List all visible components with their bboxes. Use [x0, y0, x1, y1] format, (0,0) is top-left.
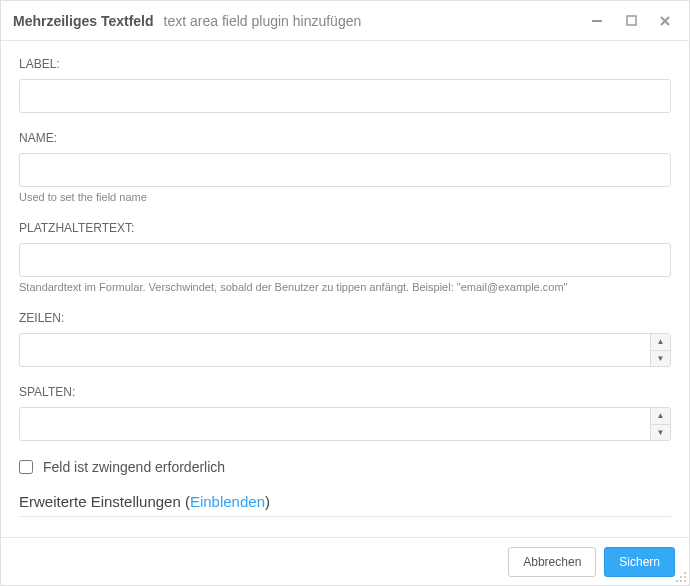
- field-placeholder-help: Standardtext im Formular. Verschwindet, …: [19, 281, 671, 293]
- cols-step-up[interactable]: ▲: [651, 408, 670, 425]
- resize-grip-icon: [675, 571, 687, 583]
- dialog-body[interactable]: LABEL: NAME: Used to set the field name …: [1, 41, 689, 537]
- advanced-settings-prefix: Erweiterte Einstellungen (: [19, 493, 190, 510]
- close-button[interactable]: [653, 9, 677, 33]
- minimize-icon: [590, 14, 604, 28]
- svg-point-6: [684, 576, 686, 578]
- chevron-up-icon: ▲: [657, 337, 665, 346]
- advanced-settings-header: Erweiterte Einstellungen (Einblenden): [19, 493, 671, 517]
- field-label-input[interactable]: [19, 79, 671, 113]
- rows-spinner: ▲ ▼: [650, 334, 670, 366]
- cancel-button[interactable]: Abbrechen: [508, 547, 596, 577]
- maximize-button[interactable]: [619, 9, 643, 33]
- field-label-group: LABEL:: [19, 57, 671, 113]
- field-rows-group: ZEILEN: ▲ ▼: [19, 311, 671, 367]
- cols-step-down[interactable]: ▼: [651, 425, 670, 441]
- dialog-subtitle: text area field plugin hinzufügen: [164, 13, 362, 29]
- field-cols-group: SPALTEN: ▲ ▼: [19, 385, 671, 441]
- field-name-help: Used to set the field name: [19, 191, 671, 203]
- field-name-input[interactable]: [19, 153, 671, 187]
- field-label-label: LABEL:: [19, 57, 671, 71]
- resize-handle[interactable]: [675, 571, 687, 583]
- svg-point-7: [676, 580, 678, 582]
- svg-point-4: [684, 572, 686, 574]
- dialog-title: Mehrzeiliges Textfeld: [13, 13, 154, 29]
- minimize-button[interactable]: [585, 9, 609, 33]
- field-placeholder-group: PLATZHALTERTEXT: Standardtext im Formula…: [19, 221, 671, 293]
- field-rows-control: ▲ ▼: [19, 333, 671, 367]
- advanced-settings-suffix: ): [265, 493, 270, 510]
- chevron-down-icon: ▼: [657, 354, 665, 363]
- field-cols-control: ▲ ▼: [19, 407, 671, 441]
- chevron-up-icon: ▲: [657, 411, 665, 420]
- cols-spinner: ▲ ▼: [650, 408, 670, 440]
- dialog-window: Mehrzeiliges Textfeld text area field pl…: [0, 0, 690, 586]
- maximize-icon: [625, 14, 638, 27]
- field-name-group: NAME: Used to set the field name: [19, 131, 671, 203]
- svg-rect-1: [627, 16, 636, 25]
- titlebar: Mehrzeiliges Textfeld text area field pl…: [1, 1, 689, 41]
- field-placeholder-input[interactable]: [19, 243, 671, 277]
- field-rows-input[interactable]: [20, 334, 650, 366]
- chevron-down-icon: ▼: [657, 428, 665, 437]
- rows-step-down[interactable]: ▼: [651, 351, 670, 367]
- dialog-footer: Abbrechen Sichern: [1, 537, 689, 585]
- field-required-label: Feld ist zwingend erforderlich: [43, 459, 225, 475]
- rows-step-up[interactable]: ▲: [651, 334, 670, 351]
- svg-point-8: [680, 580, 682, 582]
- field-rows-label: ZEILEN:: [19, 311, 671, 325]
- field-required-checkbox[interactable]: [19, 460, 33, 474]
- field-name-label: NAME:: [19, 131, 671, 145]
- field-cols-input[interactable]: [20, 408, 650, 440]
- svg-point-9: [684, 580, 686, 582]
- close-icon: [658, 14, 672, 28]
- save-button[interactable]: Sichern: [604, 547, 675, 577]
- field-required-row: Feld ist zwingend erforderlich: [19, 459, 671, 475]
- svg-point-5: [680, 576, 682, 578]
- advanced-settings-toggle[interactable]: Einblenden: [190, 493, 265, 510]
- field-cols-label: SPALTEN:: [19, 385, 671, 399]
- field-placeholder-label: PLATZHALTERTEXT:: [19, 221, 671, 235]
